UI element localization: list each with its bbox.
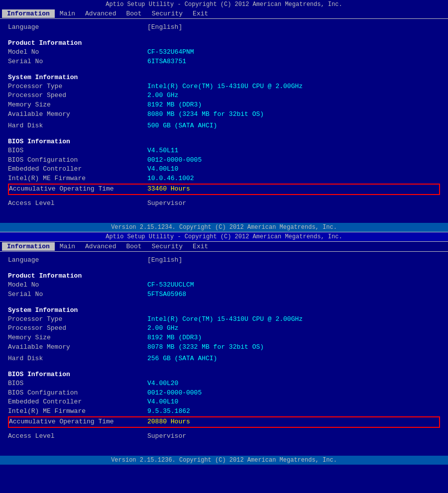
bios-panel-1: Aptio Setup Utility - Copyright (C) 2012…: [0, 0, 448, 232]
access-level-label-2: Access Level: [8, 432, 147, 441]
access-level-value-2: Supervisor: [147, 432, 186, 441]
embedded-controller-label-2: Embedded Controller: [8, 397, 147, 407]
access-level-row-1: Access Level Supervisor: [8, 199, 440, 208]
model-no-value-2: CF-532UUCLCM: [147, 281, 194, 290]
intel-me-row-1: Intel(R) ME Firmware 10.0.46.1002: [8, 174, 440, 184]
system-info-header-1: System Information: [8, 74, 440, 81]
available-memory-row-2: Available Memory 8078 MB (3232 MB for 32…: [8, 343, 440, 352]
bios-label-1: BIOS: [8, 146, 147, 156]
tab-main-2[interactable]: Main: [55, 242, 80, 251]
tab-bar-2: Information Main Advanced Boot Security …: [0, 242, 448, 252]
serial-no-value-2: 5FTSA05968: [147, 290, 186, 299]
bios-panel-2: Information Main Advanced Boot Security …: [0, 242, 448, 465]
processor-type-value-1: Intel(R) Core(TM) i5-4310U CPU @ 2.00GHz: [147, 82, 303, 92]
tab-information-2[interactable]: Information: [2, 242, 55, 251]
tab-advanced-1[interactable]: Advanced: [80, 9, 121, 18]
language-value-2: [English]: [147, 256, 182, 265]
serial-no-label-1: Serial No: [8, 57, 147, 67]
bios-config-label-2: BIOS Configuration: [8, 389, 147, 398]
embedded-controller-value-2: V4.00L10: [147, 397, 178, 407]
embedded-controller-label-1: Embedded Controller: [8, 165, 147, 174]
model-no-label-2: Model No: [8, 281, 147, 290]
processor-type-value-2: Intel(R) Core(TM) i5-4310U CPU @ 2.00GHz: [147, 315, 303, 324]
divider-line2: Aptio Setup Utility - Copyright (C) 2012…: [0, 233, 448, 240]
bios-info-header-1: BIOS Information: [8, 138, 440, 145]
intel-me-row-2: Intel(R) ME Firmware 9.5.35.1862: [8, 407, 440, 416]
embedded-controller-value-1: V4.00L10: [147, 165, 178, 174]
processor-type-row-2: Processor Type Intel(R) Core(TM) i5-4310…: [8, 315, 440, 324]
accum-time-row-2: Accumulative Operating Time 20880 Hours: [8, 416, 440, 428]
processor-speed-value-1: 2.00 GHz: [147, 91, 178, 100]
model-no-row-2: Model No CF-532UUCLCM: [8, 281, 440, 290]
memory-size-value-1: 8192 MB (DDR3): [147, 100, 202, 110]
tab-boot-2[interactable]: Boot: [121, 242, 146, 251]
memory-size-value-2: 8192 MB (DDR3): [147, 333, 202, 343]
tab-security-2[interactable]: Security: [147, 242, 188, 251]
processor-speed-row-1: Processor Speed 2.00 GHz: [8, 91, 440, 100]
tab-security-1[interactable]: Security: [147, 9, 188, 18]
top-bar-1: Aptio Setup Utility - Copyright (C) 2012…: [0, 0, 448, 9]
product-info-header-2: Product Information: [8, 272, 440, 280]
available-memory-label-2: Available Memory: [8, 343, 147, 352]
intel-me-label-2: Intel(R) ME Firmware: [8, 407, 147, 416]
bios-row-2: BIOS V4.00L20: [8, 379, 440, 389]
hard-disk-label-1: Hard Disk: [8, 121, 147, 131]
serial-no-row-2: Serial No 5FTSA05968: [8, 290, 440, 299]
accum-time-value-1: 33460 Hours: [147, 185, 190, 194]
access-level-label-1: Access Level: [8, 199, 147, 208]
bios-value-1: V4.50L11: [147, 146, 178, 156]
hard-disk-value-1: 500 GB (SATA AHCI): [147, 121, 217, 131]
tab-exit-2[interactable]: Exit: [188, 242, 213, 251]
processor-type-row-1: Processor Type Intel(R) Core(TM) i5-4310…: [8, 82, 440, 92]
serial-no-value-1: 6ITSA83751: [147, 57, 186, 67]
available-memory-row-1: Available Memory 8080 MB (3234 MB for 32…: [8, 110, 440, 119]
bios-config-value-1: 0012-0000-0005: [147, 156, 202, 165]
panel-divider: Aptio Setup Utility - Copyright (C) 2012…: [0, 232, 448, 242]
model-no-value-1: CF-532U64PNM: [147, 48, 194, 57]
system-info-header-2: System Information: [8, 306, 440, 314]
intel-me-value-2: 9.5.35.1862: [147, 407, 190, 416]
content-area-2: Language [English] Product Information M…: [0, 252, 448, 456]
processor-type-label-1: Processor Type: [8, 82, 147, 92]
bios-info-header-2: BIOS Information: [8, 371, 440, 378]
version-bar-2: Version 2.15.1236. Copyright (C) 2012 Am…: [0, 456, 448, 465]
bios-value-2: V4.00L20: [147, 379, 178, 389]
hard-disk-value-2: 256 GB (SATA AHCI): [147, 354, 217, 364]
access-level-row-2: Access Level Supervisor: [8, 432, 440, 441]
tab-advanced-2[interactable]: Advanced: [80, 242, 121, 251]
available-memory-value-2: 8078 MB (3232 MB for 32bit OS): [147, 343, 264, 352]
bios-config-row-1: BIOS Configuration 0012-0000-0005: [8, 156, 440, 165]
processor-speed-label-2: Processor Speed: [8, 324, 147, 333]
processor-speed-label-1: Processor Speed: [8, 91, 147, 100]
memory-size-row-1: Memory Size 8192 MB (DDR3): [8, 100, 440, 110]
processor-speed-value-2: 2.00 GHz: [147, 324, 178, 333]
version-text-2: Version 2.15.1236. Copyright (C) 2012 Am…: [111, 457, 337, 464]
product-info-header-1: Product Information: [8, 39, 440, 47]
language-label-1: Language: [8, 23, 147, 32]
tab-boot-1[interactable]: Boot: [121, 9, 146, 18]
access-level-value-1: Supervisor: [147, 199, 186, 208]
memory-size-label-1: Memory Size: [8, 100, 147, 110]
version-text-1: Version 2.15.1234. Copyright (C) 2012 Am…: [111, 224, 337, 231]
serial-no-row-1: Serial No 6ITSA83751: [8, 57, 440, 67]
language-row-2: Language [English]: [8, 256, 440, 265]
accum-time-label-1: Accumulative Operating Time: [9, 185, 147, 194]
memory-size-row-2: Memory Size 8192 MB (DDR3): [8, 333, 440, 343]
language-label-2: Language: [8, 256, 147, 265]
tab-exit-1[interactable]: Exit: [188, 9, 213, 18]
tab-main-1[interactable]: Main: [55, 9, 80, 18]
version-bar-1: Version 2.15.1234. Copyright (C) 2012 Am…: [0, 223, 448, 232]
intel-me-value-1: 10.0.46.1002: [147, 174, 194, 184]
hard-disk-label-2: Hard Disk: [8, 354, 147, 364]
embedded-controller-row-2: Embedded Controller V4.00L10: [8, 397, 440, 407]
tab-information-1[interactable]: Information: [2, 9, 55, 18]
embedded-controller-row-1: Embedded Controller V4.00L10: [8, 165, 440, 174]
memory-size-label-2: Memory Size: [8, 333, 147, 343]
model-no-label-1: Model No: [8, 48, 147, 57]
intel-me-label-1: Intel(R) ME Firmware: [8, 174, 147, 184]
hard-disk-row-1: Hard Disk 500 GB (SATA AHCI): [8, 121, 440, 131]
language-value-1: [English]: [147, 23, 182, 32]
accum-time-value-2: 20880 Hours: [147, 417, 190, 427]
bios-config-value-2: 0012-0000-0005: [147, 389, 202, 398]
accum-time-label-2: Accumulative Operating Time: [9, 417, 147, 427]
